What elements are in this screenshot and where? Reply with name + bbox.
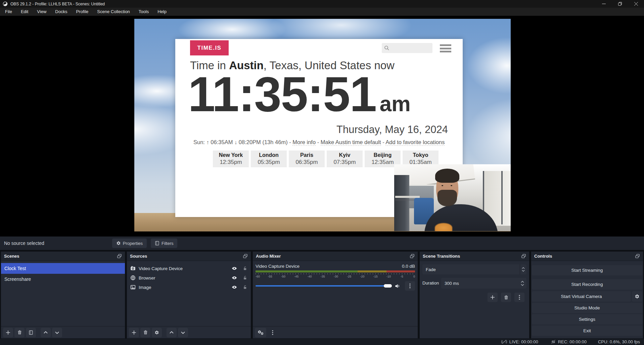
unlock-icon[interactable] — [243, 275, 247, 280]
scenes-header: Scenes — [1, 252, 125, 261]
mixer-menu-button[interactable] — [268, 328, 278, 337]
webcam-person-eye — [451, 185, 452, 186]
search-icon — [384, 45, 389, 51]
menu-view[interactable]: View — [33, 8, 51, 16]
sources-header: Sources — [127, 252, 251, 261]
window-controls — [596, 0, 644, 8]
plus-icon — [490, 295, 495, 300]
source-down-button[interactable] — [178, 328, 188, 337]
filters-button[interactable]: Filters — [151, 239, 177, 248]
mixer-channel-level: 0.0 dB — [402, 264, 415, 269]
studio-mode-button[interactable]: Studio Mode — [532, 303, 642, 313]
speaker-icon[interactable] — [395, 283, 400, 289]
scene-up-button[interactable] — [41, 328, 51, 337]
selection-status: No source selected — [4, 241, 44, 246]
transition-properties-button[interactable] — [514, 293, 524, 302]
restore-icon[interactable] — [612, 0, 628, 8]
chevron-down-icon — [522, 270, 525, 272]
webcam-overlay[interactable] — [394, 164, 511, 231]
hamburger-icon[interactable] — [440, 44, 451, 52]
city-tile[interactable]: New York12:35pm — [213, 150, 249, 167]
chevron-up-icon — [169, 330, 174, 335]
duration-label: Duration — [422, 278, 441, 289]
menu-file[interactable]: File — [1, 8, 16, 16]
source-properties-button[interactable] — [152, 328, 162, 337]
popout-icon[interactable] — [243, 254, 248, 259]
menu-help[interactable]: Help — [153, 8, 171, 16]
virtual-camera-settings-button[interactable] — [632, 291, 642, 302]
add-transition-button[interactable] — [488, 293, 498, 302]
city-tile[interactable]: Paris06:35pm — [289, 150, 325, 167]
remove-scene-button[interactable] — [14, 328, 25, 337]
city-tile[interactable]: Kyiv07:35pm — [327, 150, 363, 167]
scene-list: Clock Test Screenshare — [1, 261, 125, 285]
scene-down-button[interactable] — [52, 328, 62, 337]
eye-icon[interactable] — [232, 275, 237, 281]
mixer-options-button[interactable] — [405, 281, 415, 291]
clock-meridiem: am — [379, 91, 411, 116]
remove-source-button[interactable] — [140, 328, 150, 337]
transition-select-arrows[interactable] — [520, 264, 526, 274]
volume-slider[interactable] — [256, 285, 391, 287]
properties-button[interactable]: Properties — [112, 239, 147, 248]
volume-meter — [256, 270, 415, 272]
gear-icon — [154, 330, 159, 335]
search-input[interactable] — [382, 43, 432, 53]
menubar: File Edit View Docks Profile Scene Colle… — [0, 8, 644, 16]
duration-spinner[interactable] — [518, 281, 526, 286]
minimize-icon[interactable] — [596, 0, 612, 8]
kebab-icon — [409, 283, 411, 289]
source-toolbar: No source selected Properties Filters — [0, 236, 644, 250]
close-icon[interactable] — [628, 0, 644, 8]
make-default-link[interactable]: Make Austin time default — [321, 139, 381, 146]
duration-input[interactable]: 300 ms — [441, 278, 526, 289]
start-streaming-button[interactable]: Start Streaming — [532, 265, 642, 275]
mixer-footer — [253, 326, 418, 338]
stream-off-icon — [501, 340, 507, 344]
mixer-channel: Video Capture Device 0.0 dB -60-55-50-45… — [253, 261, 418, 291]
menu-profile[interactable]: Profile — [72, 8, 93, 16]
start-virtual-camera-button[interactable]: Start Virtual Camera — [532, 291, 631, 302]
scene-item[interactable]: Screenshare — [1, 274, 125, 285]
popout-icon[interactable] — [521, 254, 526, 259]
chevron-up-icon — [522, 267, 525, 269]
settings-button[interactable]: Settings — [532, 314, 642, 325]
source-item[interactable]: Video Capture Device — [127, 264, 251, 273]
source-item[interactable]: Browser — [127, 273, 251, 283]
sources-panel: Sources Video Capture Device Browser Ima… — [127, 251, 251, 339]
popout-icon[interactable] — [635, 254, 640, 259]
menu-edit[interactable]: Edit — [16, 8, 33, 16]
eye-icon[interactable] — [232, 266, 237, 271]
unlock-icon[interactable] — [243, 285, 247, 290]
menu-scene-collection[interactable]: Scene Collection — [93, 8, 134, 16]
city-tile[interactable]: London05:35pm — [251, 150, 287, 167]
add-favorite-link[interactable]: Add to favorite locations — [385, 139, 445, 146]
meter-scale: -60-55-50-45-40-35-30-25-20-15-10-50 — [256, 275, 415, 278]
menu-tools[interactable]: Tools — [134, 8, 153, 16]
scene-item[interactable]: Clock Test — [1, 263, 125, 274]
source-item[interactable]: Image — [127, 283, 251, 292]
volume-slider-handle[interactable] — [384, 284, 392, 288]
start-recording-button[interactable]: Start Recording — [532, 279, 642, 290]
source-up-button[interactable] — [167, 328, 177, 337]
more-info-link[interactable]: More info — [292, 139, 316, 146]
unlock-icon[interactable] — [243, 266, 247, 271]
exit-button[interactable]: Exit — [532, 326, 642, 336]
timeis-date: Thursday, May 16, 2024 — [336, 124, 448, 136]
menu-docks[interactable]: Docks — [51, 8, 72, 16]
preview-canvas[interactable]: TIME.IS Time in Austin, Texas, United St… — [0, 16, 644, 236]
popout-icon[interactable] — [117, 254, 122, 259]
eye-icon[interactable] — [232, 285, 237, 290]
remove-transition-button[interactable] — [501, 293, 511, 302]
add-source-button[interactable] — [129, 328, 139, 337]
obs-window: OBS 29.1.2 - Profile: LLHLS BETA - Scene… — [0, 0, 644, 345]
rec-time: REC: 00:00:00 — [558, 339, 587, 344]
advanced-audio-button[interactable] — [255, 328, 266, 337]
transitions-header: Scene Transitions — [420, 252, 529, 261]
trash-icon — [504, 295, 509, 300]
scene-filters-button[interactable] — [26, 328, 36, 337]
add-scene-button[interactable] — [3, 328, 13, 337]
popout-icon[interactable] — [410, 254, 415, 259]
transition-select[interactable]: Fade — [422, 264, 526, 274]
chevron-down-icon — [521, 284, 524, 286]
